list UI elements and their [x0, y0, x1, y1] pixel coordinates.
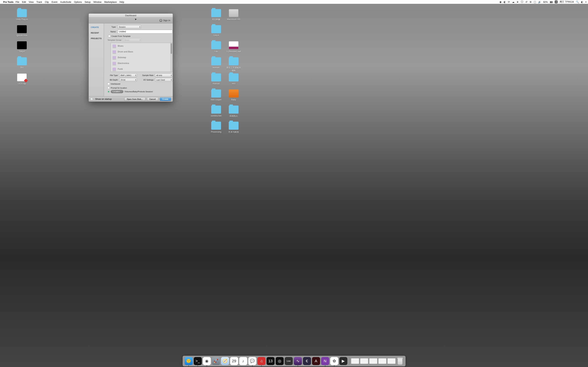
app-name-menu[interactable]: Pro Tools — [3, 1, 13, 3]
prompt-location-radio[interactable] — [107, 87, 110, 89]
menu-event[interactable]: Event — [52, 1, 57, 3]
dock-app-chrome[interactable]: ◉ — [203, 357, 211, 365]
location-button[interactable]: Location... — [111, 90, 123, 93]
info-icon[interactable]: ⓘ — [521, 0, 523, 3]
dock-app-protools[interactable]: ∿ — [294, 357, 302, 365]
movie-icon — [17, 25, 27, 33]
location-icon[interactable]: ➤ — [517, 0, 519, 3]
file-type-select[interactable]: BWF (.WAV) ▴▾ — [119, 74, 137, 77]
menu-options[interactable]: Options — [74, 1, 82, 3]
desktop-item[interactable]: 艺术与科技 — [226, 122, 242, 134]
desktop-item[interactable]: I do — [208, 41, 224, 53]
dock-app-acrobat[interactable]: A — [312, 357, 320, 365]
dock-app-app-dark2[interactable]: ◎ — [276, 357, 284, 365]
desktop-item[interactable]: Processing — [208, 122, 224, 133]
dock-app-eclipse[interactable]: € — [303, 357, 311, 365]
name-input[interactable] — [118, 30, 173, 33]
dock-app-terminal[interactable]: >_ — [194, 357, 202, 365]
dock-app-itunes[interactable]: ♪ — [239, 357, 247, 365]
window-title[interactable]: Dashboard — [89, 14, 173, 17]
battery-icon[interactable]: ▮▮ — [550, 0, 553, 3]
menu-setup[interactable]: Setup — [85, 1, 91, 3]
show-on-startup-checkbox[interactable] — [90, 98, 93, 100]
sidebar-item-recent[interactable]: RECENT — [89, 30, 104, 36]
io-settings-select[interactable]: Last Used ▴▾ — [155, 78, 173, 82]
desktop-item[interactable]: Baby — [226, 90, 242, 101]
desktop-item[interactable]: Unity Plug-in — [14, 9, 30, 21]
location-radio[interactable] — [107, 91, 110, 93]
notification-center-icon[interactable]: ≡ — [585, 0, 587, 3]
desktop-item[interactable]: mini cooper — [208, 90, 224, 101]
desktop-item[interactable]: 用完即删 — [208, 9, 224, 21]
record-icon[interactable]: ◉ — [500, 0, 502, 3]
cancel-button[interactable]: Cancel — [147, 97, 158, 101]
dock-trash[interactable] — [397, 357, 404, 365]
menu-edit[interactable]: Edit — [22, 1, 26, 3]
dock-app-baidu[interactable]: ✿ — [330, 357, 338, 365]
clock[interactable]: 周三 下午6:24 — [560, 0, 574, 3]
dock-app-finder[interactable]: 🙂 — [185, 357, 193, 365]
cloud-icon[interactable]: ☁ — [512, 0, 515, 3]
moon-icon[interactable]: ◐ — [504, 0, 506, 3]
menu-marketplace[interactable]: Marketplace — [104, 1, 117, 3]
menu-track[interactable]: Track — [36, 1, 42, 3]
dock-app-wechat[interactable]: 💬 — [248, 357, 256, 365]
create-from-template-checkbox[interactable] — [108, 35, 110, 37]
airplay-icon[interactable]: ▢ — [534, 0, 536, 3]
folder-icon — [211, 41, 221, 49]
timemachine-icon[interactable]: ↺ — [525, 0, 527, 3]
sample-rate-select[interactable]: 48 kHz ▴▾ — [155, 74, 173, 77]
sidebar-item-create[interactable]: CREATE — [89, 25, 104, 30]
desktop-item[interactable]: Tokyo! — [14, 41, 30, 53]
template-item: Drum and Bass — [111, 49, 170, 55]
menu-help[interactable]: Help — [120, 1, 124, 3]
desktop-item[interactable]: DLI — [14, 57, 30, 69]
menu-audiosuite[interactable]: AudioSuite — [60, 1, 71, 3]
dock-minimized-window[interactable] — [351, 358, 359, 364]
dock-app-netease[interactable]: ♫ — [257, 357, 266, 365]
template-icon — [112, 56, 116, 59]
dock-minimized-window[interactable] — [378, 358, 386, 364]
dock-minimized-window[interactable] — [388, 358, 396, 364]
dock-app-app-dark1[interactable]: 13 — [267, 357, 275, 365]
sidebar-item-projects[interactable]: PROJECTS — [89, 36, 104, 41]
desktop-item[interactable]: \[poute.mov — [14, 25, 30, 37]
input-source-icon[interactable]: A — [555, 0, 558, 3]
volume-icon[interactable]: 🔊 — [538, 0, 541, 3]
siri-icon[interactable]: ◐ — [581, 0, 583, 3]
dock-minimized-window[interactable] — [369, 358, 377, 364]
desktop-item[interactable]: GALA — [208, 25, 224, 37]
interleaved-checkbox[interactable] — [107, 83, 110, 85]
desktop-item[interactable]: Macintosh HD — [226, 9, 242, 21]
desktop-item[interactable]: 买凶拍人 — [226, 106, 242, 118]
desktop-item[interactable]: 1 (Resolve).aaf — [226, 41, 242, 53]
dock-app-calendar[interactable]: 29 — [230, 357, 238, 365]
menu-view[interactable]: View — [29, 1, 34, 3]
dock-app-onenote[interactable]: N — [321, 357, 329, 365]
desktop-item[interactable]: manual — [208, 73, 224, 85]
dock-minimized-window[interactable] — [360, 358, 368, 364]
desktop-item[interactable]: 录音工艺课相关资料 — [226, 57, 242, 72]
template-scrollbar[interactable] — [170, 43, 172, 72]
folder-icon — [211, 73, 221, 82]
bit-depth-select[interactable]: 24-bit ▴▾ — [119, 78, 137, 82]
desktop-item[interactable]: kontakt — [208, 57, 224, 69]
dock-app-quicktime[interactable]: ▶ — [339, 357, 347, 365]
desktop-item[interactable]: LICEcap — [14, 73, 30, 85]
dock-app-ableton[interactable]: Live — [285, 357, 293, 365]
sign-in-link[interactable]: Sign In — [163, 19, 170, 22]
menu-window[interactable]: Window — [94, 1, 102, 3]
open-from-disk-button[interactable]: Open from Disk... — [124, 97, 146, 101]
menu-file[interactable]: File — [16, 1, 19, 3]
create-button[interactable]: Create — [160, 97, 171, 101]
menu-clip[interactable]: Clip — [45, 1, 49, 3]
desktop-item[interactable]: rect — [226, 73, 242, 85]
dock-app-safari[interactable]: 🧭 — [221, 357, 229, 365]
type-select[interactable]: Session ▴▾ — [118, 25, 141, 29]
sync-icon[interactable]: ⟳ — [508, 0, 510, 3]
wifi-icon[interactable]: ⊕ — [529, 0, 532, 3]
dock-app-launchpad[interactable]: 🚀 — [212, 357, 220, 365]
spotlight-icon[interactable]: 🔍 — [576, 0, 579, 3]
battery-percent[interactable]: 92% — [543, 1, 548, 3]
desktop-item[interactable]: sombra live — [208, 106, 224, 117]
